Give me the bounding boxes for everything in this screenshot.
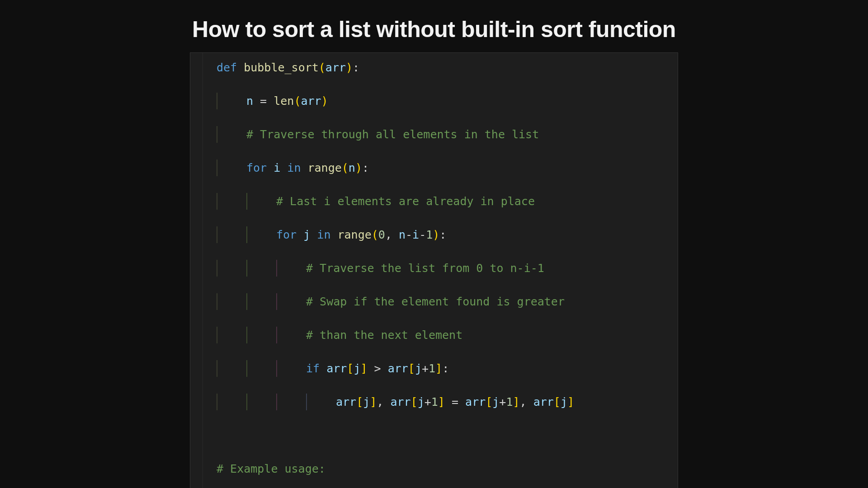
code-line: if arr[j] > arr[j+1]: [217,360,678,377]
code-token: : [353,61,359,74]
notebook-cell: def bubble_sort(arr): n = len(arr) # Tra… [190,52,678,488]
indent-guide [217,293,217,310]
code-line: for j in range(0, n-i-1): [217,226,678,243]
slide-root: How to sort a list without built-in sort… [0,0,868,488]
code-body[interactable]: def bubble_sort(arr): n = len(arr) # Tra… [217,59,678,488]
indent-guide [217,193,217,210]
code-token: # Traverse the list from 0 to n-i-1 [306,262,544,275]
code-line: # Traverse the list from 0 to n-i-1 [217,260,678,277]
code-token: arr [336,395,356,408]
code-token: arr [326,362,347,375]
indent-guide [246,226,247,243]
code-token: j [492,395,499,408]
indent-guide [276,360,277,377]
code-token: ] [513,395,519,408]
indent-guide [246,327,247,343]
indent-guide [246,293,247,310]
code-token: ] [435,362,442,375]
code-token: for [246,161,274,174]
code-token: arr [326,61,346,74]
code-token: j [418,395,425,408]
code-token: ] [370,395,377,408]
code-line: # than the next element [217,327,678,343]
code-token: ( [294,94,301,108]
code-token: ] [360,362,367,375]
code-token: arr [388,362,408,375]
code-token: [ [408,362,415,375]
code-token: arr [533,395,554,408]
code-line: n = len(arr) [217,93,678,109]
code-token: bubble_sort [244,61,319,74]
code-token: ( [319,61,326,74]
code-token: ] [438,395,445,408]
code-token: range [337,228,371,241]
code-token: , [385,228,399,241]
code-token: ( [372,228,378,241]
code-token [217,429,223,442]
code-token: for [276,228,303,241]
code-token: : [442,362,449,375]
code-token: ] [567,395,574,408]
indent-guide [217,93,217,109]
code-token: = [445,395,465,408]
cell-gutter [190,53,203,488]
code-token: 1 [431,395,438,408]
code-token: [ [554,395,561,408]
code-token: - [406,228,412,241]
code-line: arr[j], arr[j+1] = arr[j+1], arr[j] [217,394,678,410]
code-token: ( [342,161,349,174]
indent-guide [276,394,277,410]
code-token: ) [321,94,328,108]
indent-guide [246,260,247,277]
code-token: # than the next element [306,328,462,342]
indent-guide [217,260,217,277]
code-token: range [307,161,341,174]
code-token: [ [486,395,492,408]
code-token: 1 [429,362,435,375]
code-token: ) [433,228,439,241]
code-token: : [362,161,369,174]
code-token: 0 [378,228,385,241]
code-token: , [377,395,390,408]
code-token: n [349,161,355,174]
code-line: def bubble_sort(arr): [217,59,678,76]
code-line [217,427,678,444]
indent-guide [276,293,277,310]
code-token: j [561,395,567,408]
code-token: : [439,228,446,241]
code-token: arr [465,395,486,408]
code-line: for i in range(n): [217,160,678,176]
code-token: ) [346,61,353,74]
code-cell[interactable]: def bubble_sort(arr): n = len(arr) # Tra… [190,53,678,488]
code-token: [ [347,362,354,375]
indent-guide [217,226,217,243]
indent-guide [217,394,217,410]
code-token: arr [390,395,410,408]
indent-guide [276,260,277,277]
page-title: How to sort a list without built-in sort… [192,16,676,42]
code-token: , [520,395,533,408]
code-token: # Swap if the element found is greater [306,295,565,308]
indent-guide [246,360,247,377]
indent-guide [217,360,217,377]
code-token: in [317,228,337,241]
code-token: 1 [426,228,433,241]
indent-guide [276,327,277,343]
code-token: i [274,161,287,174]
code-token: j [415,362,422,375]
code-token: + [425,395,431,408]
code-token: j [354,362,360,375]
code-token: i [412,228,419,241]
code-token: [ [411,395,418,408]
code-token: + [422,362,429,375]
code-token: + [499,395,506,408]
code-line: # Last i elements are already in place [217,193,678,210]
code-line: # Swap if the element found is greater [217,293,678,310]
indent-guide [246,193,247,210]
indent-guide [217,126,217,143]
code-token: n [399,228,406,241]
code-token: j [363,395,370,408]
code-token: ) [355,161,362,174]
code-token: # Traverse through all elements in the l… [246,128,539,141]
code-token: [ [356,395,363,408]
